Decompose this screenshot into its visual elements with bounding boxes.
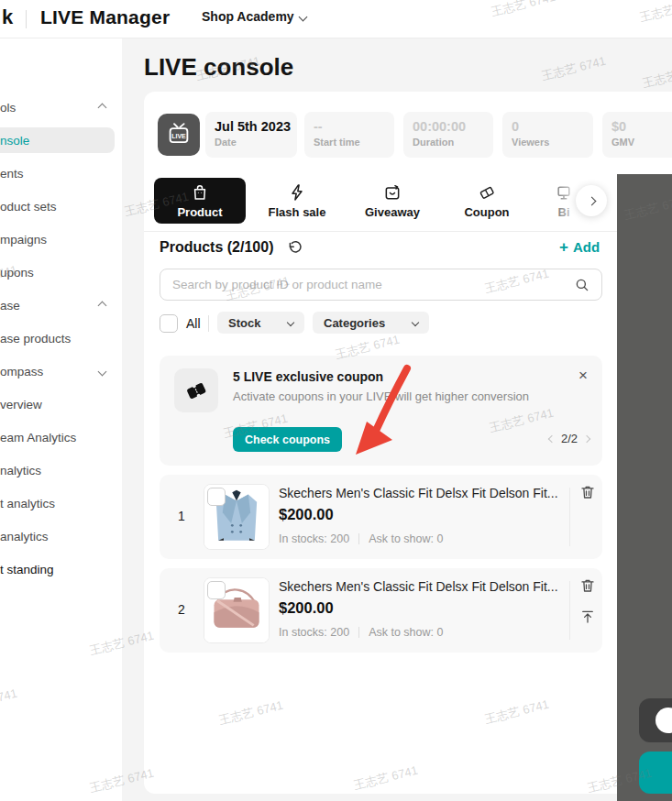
product-search-input[interactable] xyxy=(172,269,567,300)
product-ask-to-show: Ask to show: 0 xyxy=(369,532,443,545)
stat-card-date: Jul 5th 2023 Date xyxy=(205,112,297,158)
coupon-badge-icon xyxy=(174,368,218,412)
sidebar-item-coupons[interactable]: upons xyxy=(0,256,122,289)
stat-label: Viewers xyxy=(512,137,584,148)
live-tv-icon: LIVE xyxy=(158,114,200,156)
bottom-strip xyxy=(122,794,617,801)
delete-trash-icon[interactable] xyxy=(579,484,596,500)
plus-icon: + xyxy=(559,240,568,254)
product-price: $200.00 xyxy=(279,599,334,617)
sidebar-item-campaigns[interactable]: mpaigns xyxy=(0,223,122,256)
sidebar-item-live-console[interactable]: nsole xyxy=(0,124,122,157)
stat-label: Duration xyxy=(413,137,484,148)
product-stock: In stocks: 200 xyxy=(279,626,349,639)
pagination-label: 2/2 xyxy=(561,432,578,445)
stat-card-duration: 00:00:00 Duration xyxy=(403,112,493,158)
row-divider xyxy=(569,488,570,546)
topbar-divider xyxy=(26,10,27,28)
record-dot-icon xyxy=(655,708,672,733)
chevron-down-icon xyxy=(298,12,307,21)
tab-giveaway[interactable]: Giveaway xyxy=(347,178,438,224)
app-title: LIVE Manager xyxy=(40,6,170,28)
lightning-bolt-icon xyxy=(288,183,306,202)
stat-value: $0 xyxy=(611,119,672,134)
live-video-preview xyxy=(617,174,672,801)
live-manager-app: { "topbar": { "logo": "k", "title": "LIV… xyxy=(0,0,672,801)
sidebar-item-product-sets[interactable]: oduct sets xyxy=(0,190,122,223)
move-to-top-icon[interactable] xyxy=(579,609,596,625)
product-title: Skechers Men's Classic Fit Delsx Fit Del… xyxy=(279,486,565,500)
product-stock: In stocks: 200 xyxy=(279,532,349,545)
sidebar-item-showcase-products[interactable]: ase products xyxy=(0,322,122,355)
sidebar-item-tools[interactable]: ols xyxy=(0,91,122,124)
tabs-divider xyxy=(144,231,617,232)
video-control-button[interactable] xyxy=(639,698,672,742)
sidebar-item-events[interactable]: ents xyxy=(0,157,122,190)
refresh-icon[interactable] xyxy=(287,240,303,257)
product-rank: 2 xyxy=(178,602,185,617)
shopping-bag-icon xyxy=(191,183,209,202)
sidebar-item-account-standing[interactable]: t standing xyxy=(0,553,122,586)
sidebar-item-analytics-1[interactable]: nalytics xyxy=(0,454,122,487)
coupon-banner: 5 LIVE exclusive coupon Activate coupons… xyxy=(160,356,602,466)
stat-value: 00:00:00 xyxy=(413,119,484,134)
stat-value: -- xyxy=(314,119,385,134)
product-search-box xyxy=(160,269,602,301)
page-title: LIVE console xyxy=(144,53,293,82)
product-row: 1 Skechers Men's Classic Fit Delsx Fit D… xyxy=(160,475,602,559)
svg-text:LIVE: LIVE xyxy=(171,133,186,139)
stock-filter-dropdown[interactable]: Stock xyxy=(217,312,304,334)
stat-card-viewers: 0 Viewers xyxy=(502,112,593,158)
product-row: 2 Skechers Men's Classic Fit Delsx Fit D… xyxy=(160,568,602,653)
coupon-banner-title: 5 LIVE exclusive coupon xyxy=(233,369,383,384)
tab-coupon[interactable]: Coupon xyxy=(441,178,533,224)
check-coupons-button[interactable]: Check coupons xyxy=(233,427,342,452)
sidebar-item-showcase[interactable]: ase xyxy=(0,289,122,322)
chevron-down-icon xyxy=(287,319,294,326)
product-ask-to-show: Ask to show: 0 xyxy=(369,626,443,639)
stat-card-gmv: $0 GMV xyxy=(602,112,672,158)
sidebar-item-stream-analytics[interactable]: eam Analytics xyxy=(0,421,122,454)
product-checkbox[interactable] xyxy=(207,581,226,599)
stat-value: 0 xyxy=(512,119,584,134)
sidebar-item-analytics-2[interactable]: t analytics xyxy=(0,487,122,520)
product-checkbox[interactable] xyxy=(207,488,226,506)
tab-flash-sale[interactable]: Flash sale xyxy=(251,178,343,224)
search-icon[interactable] xyxy=(574,277,590,297)
stat-label: Date xyxy=(215,137,288,148)
tab-product[interactable]: Product xyxy=(154,178,246,224)
categories-filter-dropdown[interactable]: Categories xyxy=(313,312,429,334)
select-all-checkbox[interactable] xyxy=(160,314,178,333)
shop-academy-menu[interactable]: Shop Academy xyxy=(202,9,306,24)
chevron-right-icon[interactable] xyxy=(583,434,590,442)
coupon-ticket-icon xyxy=(478,183,496,202)
chevron-down-icon xyxy=(98,368,107,377)
chevron-left-icon[interactable] xyxy=(548,434,556,442)
select-all-label[interactable]: All xyxy=(186,316,201,331)
delete-trash-icon[interactable] xyxy=(579,577,596,594)
sidebar-item-analytics-3[interactable]: analytics xyxy=(0,520,122,553)
sidebar-item-overview[interactable]: verview xyxy=(0,388,122,421)
top-bar: k LIVE Manager Shop Academy xyxy=(0,0,672,38)
product-title: Skechers Men's Classic Fit Delsx Fit Del… xyxy=(279,579,565,594)
tiktok-logo-fragment: k xyxy=(2,5,13,29)
add-product-button[interactable]: + Add xyxy=(559,239,600,255)
stat-label: Start time xyxy=(314,137,385,148)
products-count-title: Products (2/100) xyxy=(160,239,273,256)
close-icon[interactable]: × xyxy=(578,368,588,383)
product-meta: In stocks: 200 Ask to show: 0 xyxy=(279,532,443,545)
stat-value: Jul 5th 2023 xyxy=(215,119,288,134)
chevron-down-icon xyxy=(412,319,419,326)
filter-divider xyxy=(208,315,209,332)
product-meta: In stocks: 200 Ask to show: 0 xyxy=(279,626,443,639)
stat-card-start-time: -- Start time xyxy=(304,112,394,158)
banner-pagination: 2/2 xyxy=(549,432,589,445)
chevron-up-icon xyxy=(98,302,107,311)
chevron-up-icon xyxy=(98,104,107,113)
coupon-banner-description: Activate coupons in your LIVE will get h… xyxy=(233,390,529,403)
video-action-button[interactable] xyxy=(639,752,672,794)
meta-divider xyxy=(358,627,359,638)
product-price: $200.00 xyxy=(279,506,334,523)
sidebar-item-compass[interactable]: ompass xyxy=(0,355,122,388)
tabs-scroll-next-button[interactable] xyxy=(576,185,607,216)
